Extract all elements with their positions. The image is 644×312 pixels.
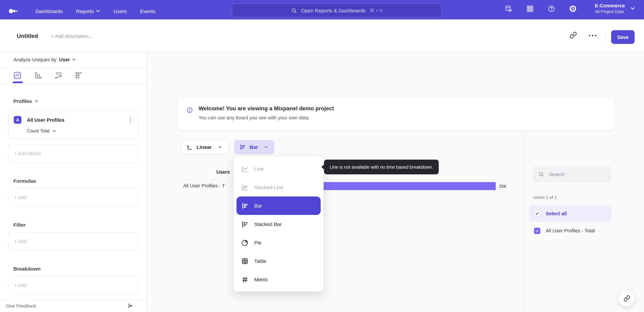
data-management-icon[interactable] <box>504 4 512 12</box>
metric-options-kebab-icon[interactable] <box>128 116 133 124</box>
chart-group-column-header: Users <box>216 169 230 175</box>
search-icon <box>538 171 544 178</box>
mixpanel-dots-icon <box>9 9 19 14</box>
chevron-down-icon <box>52 130 56 132</box>
give-feedback-link[interactable]: Give Feedback <box>6 304 36 308</box>
metric-badge: A <box>14 116 22 124</box>
share-link-fab[interactable] <box>618 290 635 306</box>
add-metric-button[interactable]: + Add Metric <box>8 144 138 162</box>
link-icon <box>623 295 630 302</box>
report-type-tabs <box>0 68 146 84</box>
project-name: E-Commerce <box>595 3 625 9</box>
menu-item-stacked-line: Stacked Line <box>236 178 321 196</box>
chevron-down-icon <box>72 58 76 61</box>
nav-label: Users <box>114 8 126 14</box>
collapse-sidebar-icon[interactable] <box>127 302 134 309</box>
menu-item-stacked-bar[interactable]: Stacked Bar <box>236 215 321 233</box>
global-search[interactable]: Open Reports & Dashboards ⌘ + K <box>232 3 442 18</box>
menu-item-label: Bar <box>254 203 262 208</box>
series-search-input[interactable] <box>549 171 606 177</box>
chevron-down-icon <box>264 146 268 148</box>
insights-tab-icon[interactable] <box>13 71 22 80</box>
flows-tab-icon[interactable] <box>54 71 63 80</box>
settings-gear-icon[interactable] <box>569 4 577 12</box>
metric-card[interactable]: A All User Profiles Count Total <box>8 111 138 139</box>
mixpanel-logo[interactable] <box>9 9 19 14</box>
analyze-entity-select[interactable]: User <box>59 57 76 62</box>
chart-header-divider <box>180 180 519 180</box>
menu-item-line: Line <box>236 160 321 178</box>
stacked-line-icon <box>241 183 249 191</box>
chart-type-label: Bar <box>250 144 258 150</box>
report-canvas: Welcome! You are viewing a Mixpanel demo… <box>146 52 644 312</box>
save-button[interactable]: Save <box>611 30 634 44</box>
add-description-field[interactable]: + Add description... <box>51 34 92 39</box>
formulas-section-header: Formulas <box>14 178 138 184</box>
nav-item-users[interactable]: Users <box>114 8 126 14</box>
nav-label: Dashboards <box>36 8 63 14</box>
workspace: Analyze Uniques by User <box>0 52 644 312</box>
scale-selector-button[interactable]: Linear <box>181 140 229 154</box>
pie-icon <box>241 238 249 246</box>
breakdown-section-header: Breakdown <box>14 266 138 272</box>
copy-link-icon[interactable] <box>570 32 577 39</box>
apps-grid-icon[interactable] <box>526 4 534 12</box>
series-search-box[interactable] <box>533 166 612 182</box>
app-viewport: Dashboards Reports Users Events Open Rep… <box>0 0 644 312</box>
nav-label: Reports <box>76 8 94 14</box>
aggregation-select[interactable]: Count Total <box>27 128 132 134</box>
formulas-header-label: Formulas <box>14 178 36 184</box>
header-divider <box>606 31 606 45</box>
series-item-row[interactable]: All User Profiles - Total <box>529 224 612 238</box>
line-icon <box>241 165 249 173</box>
filter-header-label: Filter <box>14 222 26 228</box>
sidebar-footer: Give Feedback <box>0 300 146 312</box>
select-all-row[interactable]: Select all <box>529 205 612 222</box>
menu-item-label: Line <box>254 166 264 172</box>
retention-tab-icon[interactable] <box>74 71 83 80</box>
demo-banner: Welcome! You are viewing a Mixpanel demo… <box>177 97 615 130</box>
menu-item-table[interactable]: Table <box>236 252 321 270</box>
profiles-section-header[interactable]: Profiles <box>14 98 138 104</box>
add-breakdown-button[interactable]: + Add <box>8 276 138 294</box>
chevron-down-icon <box>630 7 635 10</box>
chevron-down-icon <box>218 146 222 148</box>
nav-item-reports[interactable]: Reports <box>76 8 100 14</box>
query-builder-sidebar: Analyze Uniques by User <box>0 52 146 312</box>
chart-type-button[interactable]: Bar <box>234 140 274 154</box>
project-selector[interactable]: E-Commerce All Project Data <box>595 3 635 14</box>
more-options-icon[interactable] <box>589 34 597 36</box>
nav-item-events[interactable]: Events <box>140 8 156 14</box>
series-item-checkbox[interactable] <box>534 228 540 234</box>
add-formula-button[interactable]: + Add <box>8 188 138 206</box>
chart-type-menu: Line Stacked Line Bar <box>234 156 324 292</box>
analyze-uniques-row: Analyze Uniques by User <box>0 52 146 68</box>
profiles-header-label: Profiles <box>14 98 32 104</box>
filter-section-header: Filter <box>14 222 138 228</box>
metric-hash-icon <box>241 276 249 284</box>
help-icon[interactable] <box>547 4 555 12</box>
menu-item-label: Metric <box>254 277 268 282</box>
report-title[interactable]: Untitled <box>17 33 38 40</box>
menu-item-label: Pie <box>254 240 262 246</box>
menu-item-metric[interactable]: Metric <box>236 270 321 289</box>
info-icon <box>186 107 193 114</box>
project-info: E-Commerce All Project Data <box>595 3 625 14</box>
funnels-tab-icon[interactable] <box>34 71 42 80</box>
select-all-checkbox[interactable] <box>534 210 540 216</box>
chart-row-label: All User Profiles - T <box>183 183 225 188</box>
metric-name: All User Profiles <box>27 117 64 122</box>
banner-title: Welcome! You are viewing a Mixpanel demo… <box>198 105 334 112</box>
bar-icon <box>241 202 249 210</box>
menu-item-bar[interactable]: Bar <box>236 196 321 215</box>
active-tab-indicator <box>13 82 23 83</box>
add-filter-button[interactable]: + Add <box>8 232 138 250</box>
scale-label: Linear <box>196 144 212 150</box>
nav-item-dashboards[interactable]: Dashboards <box>36 8 63 14</box>
chevron-down-icon <box>34 100 38 102</box>
top-nav-bar: Dashboards Reports Users Events Open Rep… <box>0 0 644 20</box>
menu-item-pie[interactable]: Pie <box>236 233 321 252</box>
report-header-bar: Untitled + Add description... Save <box>0 20 644 52</box>
disabled-option-tooltip: Line is not available with no time based… <box>324 160 439 174</box>
series-count-label: Users 1 of 1 <box>533 195 557 200</box>
